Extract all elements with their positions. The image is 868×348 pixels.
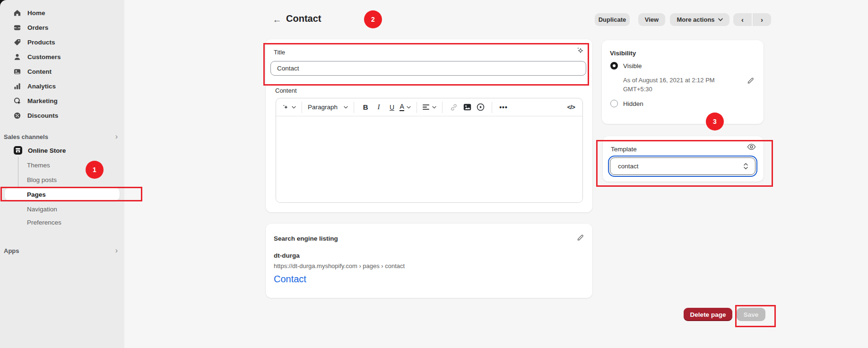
sidebar-item-products[interactable]: Products <box>0 35 124 50</box>
paragraph-style-dropdown[interactable]: Paragraph <box>308 101 348 113</box>
annotation-badge-2: 2 <box>364 10 382 28</box>
duplicate-button[interactable]: Duplicate <box>595 13 630 26</box>
sidebar-item-themes[interactable]: Themes <box>27 160 50 170</box>
underline-button[interactable]: U <box>386 101 398 113</box>
toolbar-divider <box>354 102 354 113</box>
online-store-icon <box>13 146 23 155</box>
ai-assist-dropdown[interactable] <box>282 101 296 113</box>
sidebar-item-customers[interactable]: Customers <box>0 50 124 64</box>
hidden-radio[interactable] <box>610 100 618 107</box>
bold-button[interactable]: B <box>360 101 371 113</box>
chevron-right-icon: › <box>761 16 763 24</box>
paragraph-label: Paragraph <box>308 104 338 111</box>
toolbar-divider <box>302 102 302 113</box>
toolbar-divider <box>492 102 492 113</box>
insert-video-button[interactable] <box>475 101 486 113</box>
visibility-heading: Visibility <box>610 50 636 57</box>
sidebar-item-label: Themes <box>27 162 50 169</box>
chevron-right-icon: › <box>115 133 118 140</box>
save-button[interactable]: Save <box>737 308 765 321</box>
sidebar-item-online-store[interactable]: Online Store <box>13 145 66 156</box>
italic-button[interactable]: I <box>373 101 384 113</box>
insert-image-button[interactable] <box>461 101 473 113</box>
discount-icon <box>13 112 21 120</box>
text-color-dropdown[interactable]: A <box>399 101 411 113</box>
insert-link-button[interactable] <box>448 101 460 113</box>
chevron-down-icon <box>718 18 723 21</box>
back-button[interactable]: ← <box>271 15 283 25</box>
section-label: Sales channels <box>4 133 48 140</box>
edit-visibility-icon[interactable] <box>747 77 754 86</box>
align-left-icon <box>423 104 430 110</box>
sidebar-item-navigation[interactable]: Navigation <box>27 204 57 214</box>
view-button[interactable]: View <box>638 13 665 26</box>
sidebar-section-sales-channels[interactable]: Sales channels › <box>0 132 124 141</box>
chevron-down-icon <box>432 106 436 109</box>
ai-sparkle-icon[interactable] <box>575 46 585 57</box>
template-select[interactable]: contact <box>610 157 755 175</box>
sidebar-item-orders[interactable]: Orders <box>0 20 124 35</box>
sidebar-item-marketing[interactable]: Marketing <box>0 94 124 108</box>
bar-chart-icon <box>13 82 21 90</box>
toolbar-divider <box>442 102 443 113</box>
chevron-left-icon: ‹ <box>741 16 744 24</box>
sidebar-item-label: Navigation <box>27 206 57 213</box>
title-field-label: Title <box>274 49 285 56</box>
sidebar-item-blog-posts[interactable]: Blog posts <box>27 175 57 184</box>
select-updown-icon <box>743 163 748 170</box>
sidebar-section-apps[interactable]: Apps › <box>0 246 124 255</box>
sidebar-item-label: Content <box>27 68 52 75</box>
sidebar-item-home[interactable]: Home <box>0 6 124 20</box>
editor-body[interactable] <box>276 116 582 203</box>
rich-text-editor: Paragraph B I U A <box>276 98 583 203</box>
seo-page-title-preview: Contact <box>274 274 306 285</box>
delete-page-button[interactable]: Delete page <box>684 308 732 321</box>
code-view-button[interactable]: </> <box>565 101 577 113</box>
text-color-label: A <box>399 103 404 111</box>
image-icon <box>463 104 471 111</box>
sidebar-item-preferences[interactable]: Preferences <box>27 218 61 227</box>
title-input[interactable] <box>270 61 586 76</box>
seo-breadcrumb-url: https://dt-durga.myshopify.com › pages ›… <box>274 262 405 270</box>
sparkle-icon <box>282 104 289 111</box>
person-icon <box>13 53 21 61</box>
content-field-label: Content <box>275 87 297 94</box>
sidebar-item-label: Discounts <box>27 112 58 119</box>
back-arrow-icon: ← <box>273 15 282 25</box>
visible-radio[interactable] <box>610 62 618 70</box>
edit-seo-icon[interactable] <box>577 234 584 243</box>
more-options-button[interactable]: ••• <box>498 101 509 113</box>
visibility-card: Visibility Visible As of August 16, 2021… <box>602 40 764 124</box>
visible-schedule-note: As of August 16, 2021 at 2:12 PM GMT+5:3… <box>623 76 732 94</box>
section-label: Apps <box>4 247 19 254</box>
shopify-admin-page: Home Orders Products Customers <box>0 0 868 348</box>
sidebar-item-label: Blog posts <box>27 176 57 183</box>
search-engine-listing-card: Search engine listing dt-durga https://d… <box>266 224 592 298</box>
sidebar-nav-list: Home Orders Products Customers <box>0 6 124 123</box>
button-label: More actions <box>677 16 714 23</box>
chevron-down-icon <box>344 106 348 109</box>
annotation-badge-1: 1 <box>86 161 104 179</box>
sidebar-item-discounts[interactable]: Discounts <box>0 108 124 123</box>
preview-eye-icon[interactable] <box>747 143 756 152</box>
sidebar-item-label: Products <box>27 39 55 46</box>
sidebar-item-label: Customers <box>27 53 61 61</box>
alignment-dropdown[interactable] <box>423 101 436 113</box>
sidebar-item-analytics[interactable]: Analytics <box>0 79 124 94</box>
chevron-down-icon <box>407 106 411 109</box>
sidebar: Home Orders Products Customers <box>0 0 124 348</box>
target-cursor-icon <box>13 97 21 105</box>
link-icon <box>450 104 458 111</box>
sidebar-item-pages-selected[interactable]: Pages <box>5 188 120 201</box>
chevron-down-icon <box>292 106 296 109</box>
button-label: View <box>645 16 659 23</box>
previous-page-button[interactable]: ‹ <box>733 13 752 26</box>
sidebar-item-label: Marketing <box>27 97 58 104</box>
chevron-right-icon: › <box>115 247 118 254</box>
more-actions-button[interactable]: More actions <box>670 13 729 26</box>
tag-icon <box>13 38 21 46</box>
page-title: Contact <box>286 13 321 24</box>
editor-toolbar: Paragraph B I U A <box>276 98 582 116</box>
next-page-button[interactable]: › <box>753 13 771 26</box>
sidebar-item-content[interactable]: Content <box>0 64 124 79</box>
